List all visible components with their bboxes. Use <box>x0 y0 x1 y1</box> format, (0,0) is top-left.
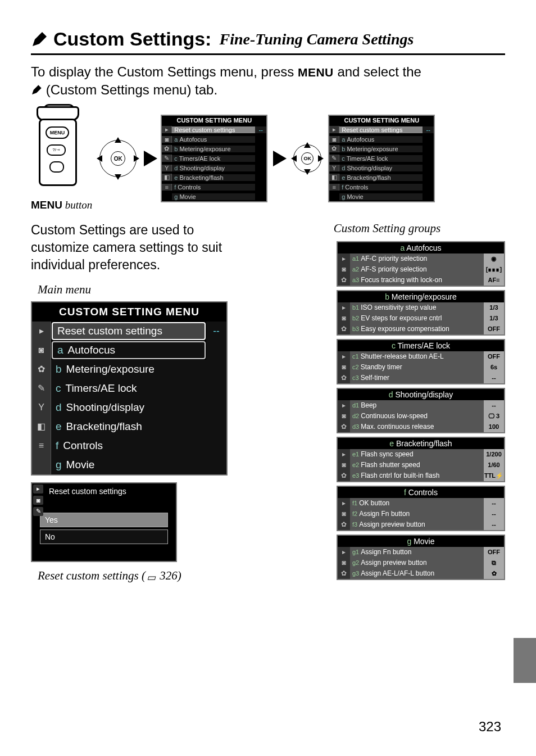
group-row[interactable]: ✿g3Assign AE-L/AF-L button✿ <box>338 568 504 579</box>
group-value: -- <box>484 498 504 509</box>
group-label: a1AF-C priority selection <box>350 253 484 264</box>
mini-menu-row[interactable]: ≡fControls <box>329 182 434 192</box>
mini-menu-row[interactable]: ✎cTimers/AE lock <box>329 153 434 163</box>
dpad[interactable]: OK <box>290 141 325 176</box>
mini-menu-row[interactable]: YdShooting/display <box>162 163 266 173</box>
mini-menu-row[interactable]: ◧eBracketing/flash <box>329 173 434 182</box>
mini-menu-2: CUSTOM SETTING MENU ▸Reset custom settin… <box>328 115 435 202</box>
group-value: 1/60 <box>484 460 504 470</box>
mini-menu-row[interactable]: ◧eBracketing/flash <box>162 173 266 182</box>
intro-c: (Custom Settings menu) tab. <box>42 82 217 97</box>
mini-menu-label: dShooting/display <box>172 165 255 171</box>
group-row[interactable]: ◙d2Continuous low-speed🖵 3 <box>338 411 504 422</box>
mini-menu-1: CUSTOM SETTING MENU ▸Reset custom settin… <box>161 115 267 202</box>
ok-button[interactable]: OK <box>111 151 125 166</box>
reset-no-option[interactable]: No <box>40 529 168 544</box>
main-menu-row[interactable]: ◧eBracketing/flash <box>32 417 226 436</box>
camera-menu-button[interactable]: MENU <box>46 126 69 139</box>
group-value: 🖵 3 <box>484 411 504 422</box>
group-value: -- <box>484 519 504 530</box>
main-menu-row[interactable]: ◙aAutofocus <box>32 341 226 360</box>
tab-icon: ▸ <box>338 400 350 411</box>
mini-menu-label: fControls <box>339 184 423 191</box>
group-row[interactable]: ▸c1Shutter-release button AE-LOFF <box>338 351 504 362</box>
nav-illustration-row: MENU ?/⊸ MENU button OK CUSTOM SETTING M… <box>31 106 505 211</box>
group-value: TTL⚡ <box>484 470 504 481</box>
mini-menu-row[interactable]: ▸Reset custom settings-- <box>162 125 266 134</box>
main-menu-row[interactable]: ✿bMetering/exposure <box>32 360 226 379</box>
main-menu-label: Main menu <box>38 283 256 297</box>
group-value: 1/3 <box>484 313 504 324</box>
main-menu-value <box>206 436 226 455</box>
mini-menu-label: gMovie <box>339 193 423 200</box>
group-row[interactable]: ✿f3Assign preview button-- <box>338 519 504 530</box>
group-row[interactable]: ◙c2Standby timer6s <box>338 362 504 373</box>
mini-menu-row[interactable]: ✎cTimers/AE lock <box>162 153 266 163</box>
tab-icon: ✿ <box>338 275 350 286</box>
group-value: ◉ <box>484 253 504 264</box>
mini-menu-row[interactable]: gMovie <box>162 192 266 201</box>
camera-icon: ◙ <box>33 496 43 505</box>
main-menu-value: -- <box>206 322 226 341</box>
mini-menu-row[interactable]: ◙aAutofocus <box>162 134 266 144</box>
group-label: d3Max. continuous release <box>350 422 484 432</box>
group-header: d Shooting/display <box>338 389 504 400</box>
group-panel: e Bracketing/flash▸e1Flash sync speed1/2… <box>337 437 505 482</box>
group-row[interactable]: ▸g1Assign Fn buttonOFF <box>338 547 504 558</box>
tab-icon: ◙ <box>338 509 350 519</box>
group-row[interactable]: ✿e3Flash cntrl for built-in flashTTL⚡ <box>338 470 504 481</box>
group-row[interactable]: ◙b2EV steps for exposure cntrl1/3 <box>338 313 504 324</box>
group-row[interactable]: ◙g2Assign preview button⧉ <box>338 558 504 568</box>
main-menu-value <box>206 360 226 379</box>
intro2-text: Custom Settings are used to customize ca… <box>31 221 256 274</box>
tab-icon: ◙ <box>338 460 350 470</box>
group-row[interactable]: ◙a2AF-S priority selection[∎∎∎] <box>338 264 504 275</box>
group-row[interactable]: ✿a3Focus tracking with lock-onAF≡ <box>338 275 504 286</box>
main-menu-row[interactable]: ≡fControls <box>32 436 226 455</box>
pencil-icon-inline <box>31 82 42 97</box>
group-value: 1/200 <box>484 449 504 460</box>
group-row[interactable]: ◙f2Assign Fn button-- <box>338 509 504 519</box>
group-row[interactable]: ▸d1Beep-- <box>338 400 504 411</box>
main-menu-row[interactable]: ✎cTimers/AE lock <box>32 379 226 398</box>
reset-yes-option[interactable]: Yes <box>40 513 168 527</box>
mini-menu-row[interactable]: ◙aAutofocus <box>329 134 434 144</box>
main-menu-row[interactable]: gMovie <box>32 455 226 474</box>
group-row[interactable]: ▸e1Flash sync speed1/200 <box>338 449 504 460</box>
group-value: [∎∎∎] <box>484 264 504 275</box>
group-value: OFF <box>484 351 504 362</box>
mini-menu-header: CUSTOM SETTING MENU <box>329 116 434 125</box>
dpad[interactable]: OK <box>96 136 140 181</box>
group-row[interactable]: ▸a1AF-C priority selection◉ <box>338 253 504 264</box>
main-menu-row[interactable]: ▸Reset custom settings-- <box>32 322 226 341</box>
group-row[interactable]: ▸b1ISO sensitivity step value1/3 <box>338 302 504 313</box>
group-label: f3Assign preview button <box>350 519 484 530</box>
group-label: g1Assign Fn button <box>350 547 484 558</box>
tab-icon: ◙ <box>338 264 350 275</box>
main-menu-value <box>206 455 226 474</box>
mini-menu-value: -- <box>423 126 434 133</box>
tab-icon: ✿ <box>338 519 350 530</box>
group-row[interactable]: ✿b3Easy exposure compensationOFF <box>338 324 504 334</box>
camera-zoom-button <box>49 161 64 173</box>
ok-button[interactable]: OK <box>301 152 314 165</box>
tab-icon: ◙ <box>338 313 350 324</box>
group-label: d2Continuous low-speed <box>350 411 484 422</box>
mini-menu-label: eBracketing/flash <box>172 174 255 181</box>
mini-menu-row[interactable]: ✿bMetering/exposure <box>329 144 434 153</box>
group-row[interactable]: ▸f1OK button-- <box>338 498 504 509</box>
group-row[interactable]: ✿d3Max. continuous release100 <box>338 422 504 432</box>
group-panel: f Controls▸f1OK button--◙f2Assign Fn but… <box>337 486 505 531</box>
group-row[interactable]: ✿c3Self-timer-- <box>338 373 504 383</box>
mini-menu-row[interactable]: ▸Reset custom settings-- <box>329 125 434 134</box>
group-value: AF≡ <box>484 275 504 286</box>
main-menu-row[interactable]: YdShooting/display <box>32 398 226 417</box>
mini-menu-row[interactable]: gMovie <box>329 192 434 201</box>
group-row[interactable]: ◙e2Flash shutter speed1/60 <box>338 460 504 470</box>
tab-icon: ◙ <box>338 558 350 568</box>
mini-menu-row[interactable]: ✿bMetering/exposure <box>162 144 266 153</box>
mini-menu-row[interactable]: ≡fControls <box>162 182 266 192</box>
group-header: b Metering/exposure <box>338 291 504 302</box>
tab-icon: ◧ <box>329 174 339 181</box>
mini-menu-row[interactable]: YdShooting/display <box>329 163 434 173</box>
